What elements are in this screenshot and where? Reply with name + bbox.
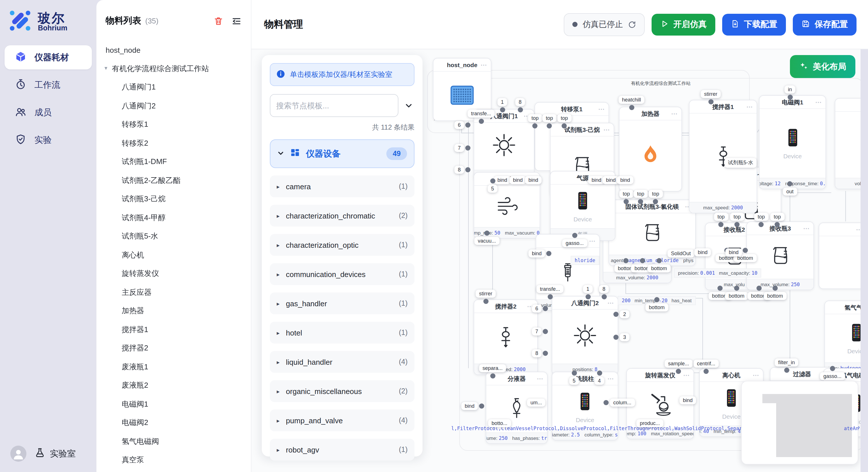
port-pill-gasso...[interactable]: gasso... xyxy=(562,239,587,247)
port-pill-botto...[interactable]: botto... xyxy=(488,419,510,427)
port-pill-out[interactable]: out xyxy=(783,188,797,196)
port-pill-centrif...[interactable]: centrif... xyxy=(693,360,719,368)
tree-item[interactable]: 转移泵2 xyxy=(96,134,251,153)
tree-item[interactable]: 加热器 xyxy=(96,302,251,320)
node-menu-icon[interactable]: ⋯ xyxy=(803,222,810,235)
template-group-liquid_handler[interactable]: ▸liquid_handler(4) xyxy=(270,351,414,373)
save-action-button[interactable]: 保存配置 xyxy=(793,13,857,35)
port-pill-8[interactable]: 8 xyxy=(515,98,525,106)
tree-item[interactable]: 转移泵1 xyxy=(96,115,251,134)
chevron-down-icon[interactable] xyxy=(403,102,414,109)
port-pill-filter_in[interactable]: filter_in xyxy=(775,359,798,367)
tree-item[interactable]: 试剂瓶3-己烷 xyxy=(96,190,251,208)
tree-item[interactable]: 八通阀门2 xyxy=(96,97,251,115)
beautify-layout-button[interactable]: 美化布局 xyxy=(790,55,856,78)
port-pill-vacuu...[interactable]: vacuu... xyxy=(474,237,499,245)
node-card-搅拌器2[interactable]: 搅拌器2⋯max_speed: 2000 xyxy=(474,299,538,375)
port-pill-separa...[interactable]: separa... xyxy=(479,364,506,372)
node-menu-icon[interactable]: ⋯ xyxy=(608,297,614,309)
node-menu-icon[interactable]: ⋯ xyxy=(608,372,614,385)
port-pill-bind[interactable]: bind xyxy=(525,176,541,184)
port-pill-4[interactable]: 4 xyxy=(594,377,604,385)
port-pill-2[interactable]: 2 xyxy=(620,310,629,318)
port-pill-5[interactable]: 5 xyxy=(569,377,579,385)
template-group-robot_agv[interactable]: ▸robot_agv(1) xyxy=(270,439,414,461)
port-pill-8[interactable]: 8 xyxy=(454,166,464,174)
port-pill-top[interactable]: top xyxy=(528,114,542,122)
port-pill-top[interactable]: top xyxy=(714,213,728,221)
port-pill-sample...[interactable]: sample... xyxy=(664,360,692,368)
port-pill-top[interactable]: top xyxy=(619,190,633,198)
minimap[interactable] xyxy=(741,381,858,465)
tree-item[interactable]: 试剂瓶4-甲醇 xyxy=(96,208,251,227)
port-pill-top[interactable]: top xyxy=(542,114,556,122)
node-menu-icon[interactable]: ⋯ xyxy=(603,123,610,136)
port-pill-top[interactable]: top xyxy=(754,213,768,221)
sidebar-item-cube[interactable]: 仪器耗材 xyxy=(5,45,92,69)
port-pill-1[interactable]: 1 xyxy=(497,98,507,106)
tree-item[interactable]: 搅拌器2 xyxy=(96,339,251,358)
template-group-camera[interactable]: ▸camera(1) xyxy=(270,175,414,197)
port-pill-bottom[interactable]: bottom xyxy=(648,264,670,272)
chevron-down-icon[interactable]: ▾ xyxy=(104,65,107,71)
port-pill-bind[interactable]: bind xyxy=(494,176,510,184)
tree-item[interactable]: 废液瓶1 xyxy=(96,358,251,376)
collapse-list-icon[interactable] xyxy=(231,16,242,26)
port-pill-bottom[interactable]: bottom xyxy=(764,292,786,300)
node-menu-icon[interactable]: ⋯ xyxy=(480,59,487,71)
node-menu-icon[interactable]: ⋯ xyxy=(753,369,760,381)
port-pill-transfe...[interactable]: transfe... xyxy=(536,285,563,293)
tree-item[interactable]: 搅拌器1 xyxy=(96,320,251,339)
port-pill-top[interactable]: top xyxy=(557,114,571,122)
port-pill-in[interactable]: in xyxy=(784,86,795,94)
port-pill-bind[interactable]: bind xyxy=(679,396,696,404)
port-pill-试剂瓶5-水[interactable]: 试剂瓶5-水 xyxy=(724,158,756,168)
node-card-八通阀门2[interactable]: 八通阀门2⋯positions: 8 xyxy=(552,296,618,375)
port-pill-top[interactable]: top xyxy=(648,190,662,198)
tree-item[interactable]: 主反应器 xyxy=(96,283,251,302)
port-pill-stirrer[interactable]: stirrer xyxy=(476,290,496,298)
template-group-characterization_optic[interactable]: ▸characterization_optic(1) xyxy=(270,234,414,256)
sidebar-item-shield[interactable]: 实验 xyxy=(5,128,92,152)
category-instruments[interactable]: 仪器设备 49 xyxy=(270,139,414,168)
node-canvas[interactable]: 有机化学流程综合测试工作站 host_no... 转移泵1⋯试剂瓶5-水⋯max… xyxy=(251,49,868,472)
play-action-button[interactable]: 开启仿真 xyxy=(652,13,715,35)
sidebar-item-clock[interactable]: 工作流 xyxy=(5,73,92,97)
port-pill-top[interactable]: top xyxy=(730,213,744,221)
port-pill-gasso...[interactable]: gasso... xyxy=(820,372,845,380)
port-pill-7[interactable]: 7 xyxy=(454,144,464,152)
port-pill-bind[interactable]: bind xyxy=(694,248,711,256)
download-action-button[interactable]: 下载配置 xyxy=(722,13,786,35)
tree-item[interactable]: 离心机 xyxy=(96,246,251,264)
refresh-icon[interactable] xyxy=(628,20,636,28)
port-pill-SolidOut[interactable]: SolidOut xyxy=(668,249,694,258)
tree-item[interactable]: 真空泵 xyxy=(96,451,251,469)
tree-item[interactable]: ▾有机化学流程综合测试工作站 xyxy=(96,59,251,78)
node-menu-icon[interactable]: ⋯ xyxy=(683,369,690,381)
port-pill-6[interactable]: 6 xyxy=(454,121,464,129)
node-menu-icon[interactable]: ⋯ xyxy=(671,107,678,120)
template-group-organic_miscellaneous[interactable]: ▸organic_miscellaneous(2) xyxy=(270,380,414,402)
port-pill-top[interactable]: top xyxy=(633,190,648,198)
tree-item[interactable]: 电磁阀2 xyxy=(96,413,251,432)
port-pill-colum...[interactable]: colum... xyxy=(610,399,634,407)
port-pill-heatchill[interactable]: heatchill xyxy=(619,96,644,104)
port-pill-produc...[interactable]: produc... xyxy=(637,419,663,427)
node-menu-icon[interactable]: ⋯ xyxy=(537,372,544,385)
avatar[interactable] xyxy=(10,446,26,462)
node-card-电磁阀1[interactable]: 电磁阀1⋯Devicevoltage: 12response_time: 0.1 xyxy=(759,95,826,189)
port-pill-1[interactable]: 1 xyxy=(583,285,593,293)
node-card[interactable]: ⋯ xyxy=(818,223,867,289)
node-card-搅拌器1[interactable]: 搅拌器1⋯max_speed: 2000 xyxy=(689,100,757,213)
node-menu-icon[interactable]: ⋯ xyxy=(589,235,596,247)
node-menu-icon[interactable]: ⋯ xyxy=(598,103,605,115)
port-pill-bottom[interactable]: bottom xyxy=(645,303,668,311)
template-group-pump_and_valve[interactable]: ▸pump_and_valve(4) xyxy=(270,409,414,431)
tree-item[interactable]: host_node xyxy=(96,41,251,59)
tree-item[interactable]: 电磁阀1 xyxy=(96,395,251,413)
sidebar-item-users[interactable]: 成员 xyxy=(5,100,92,125)
tree-item[interactable]: 八通阀门1 xyxy=(96,78,251,97)
port-pill-um...[interactable]: um... xyxy=(527,399,546,407)
search-input[interactable] xyxy=(270,94,398,117)
port-pill-5[interactable]: 5 xyxy=(488,185,497,193)
